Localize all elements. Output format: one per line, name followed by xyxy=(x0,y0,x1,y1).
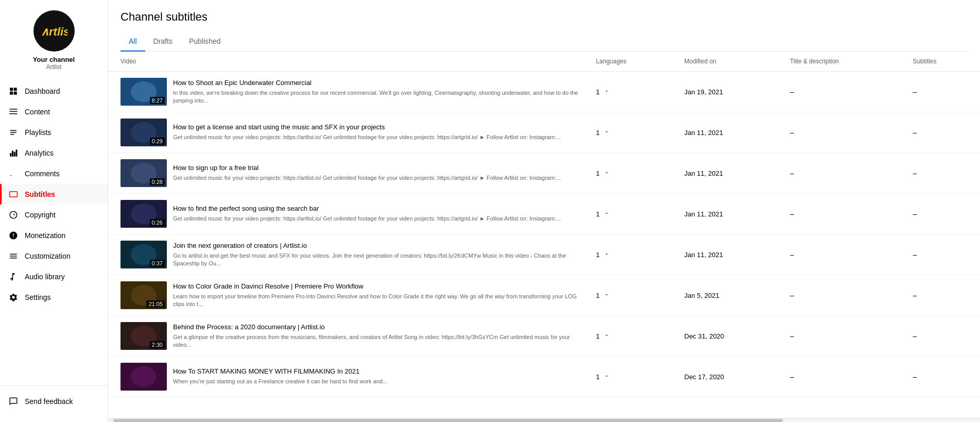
monetization-icon xyxy=(8,230,19,241)
language-count: 1 xyxy=(596,129,601,137)
subtitles-table: Video Languages Modified on Title & desc… xyxy=(108,52,980,397)
language-expand-button[interactable] xyxy=(601,87,612,97)
language-expand-button[interactable] xyxy=(601,168,612,178)
sidebar-bottom: Send feedback xyxy=(0,385,108,422)
subtitles-cell-row6: – xyxy=(904,275,980,316)
language-count: 1 xyxy=(596,373,601,381)
video-cell-row8: How To START MAKING MONEY WITH FILMMAKIN… xyxy=(108,357,588,397)
col-modified: Modified on xyxy=(676,52,782,72)
sidebar-nav: Dashboard Content Playlists Analytics xyxy=(0,81,108,385)
sidebar-item-settings-label: Settings xyxy=(25,293,51,301)
page-title: Channel subtitles xyxy=(121,10,968,24)
language-expand-button[interactable] xyxy=(601,249,612,260)
svg-text:∧rtlist: ∧rtlist xyxy=(41,25,67,38)
languages-cell-row7: 1 xyxy=(588,316,676,357)
languages-cell-row3: 1 xyxy=(588,153,676,194)
modified-cell-row5: Jan 11, 2021 xyxy=(676,234,782,275)
title-desc-cell-row3: – xyxy=(782,153,904,194)
thumbnail-row5[interactable]: 0:37 xyxy=(121,241,167,268)
sidebar-item-content[interactable]: Content xyxy=(0,102,108,122)
subtitles-cell-row1: – xyxy=(904,72,980,112)
language-expand-button[interactable] xyxy=(601,209,612,219)
customization-icon xyxy=(8,251,19,261)
language-expand-button[interactable] xyxy=(601,331,612,341)
table-row[interactable]: 8:27How to Shoot an Epic Underwater Comm… xyxy=(108,72,980,112)
video-title: How to Color Grade in Davinci Resolve | … xyxy=(173,282,579,291)
sidebar-item-playlists[interactable]: Playlists xyxy=(0,122,108,143)
sidebar-item-subtitles[interactable]: Subtitles xyxy=(0,184,108,205)
thumbnail-row7[interactable]: 2:30 xyxy=(121,322,167,350)
sidebar-item-settings[interactable]: Settings xyxy=(0,287,108,308)
video-duration: 0:37 xyxy=(150,260,165,267)
thumbnail-row6[interactable]: 21:05 xyxy=(121,281,167,309)
video-cell-row1: 8:27How to Shoot an Epic Underwater Comm… xyxy=(108,72,588,112)
artlist-logo-svg: ∧rtlist xyxy=(41,23,67,39)
language-expand-button[interactable] xyxy=(601,372,612,382)
sidebar-item-comments[interactable]: Comments xyxy=(0,163,108,184)
sidebar-item-dashboard[interactable]: Dashboard xyxy=(0,81,108,102)
horizontal-scrollbar[interactable] xyxy=(108,418,980,422)
sidebar-item-audio-library[interactable]: Audio library xyxy=(0,266,108,287)
modified-cell-row4: Jan 11, 2021 xyxy=(676,194,782,234)
modified-cell-row7: Dec 31, 2020 xyxy=(676,316,782,357)
video-cell-row3: 0:28How to sign up for a free trialGet u… xyxy=(108,153,588,194)
language-expand-button[interactable] xyxy=(601,290,612,300)
sidebar-item-monetization[interactable]: Monetization xyxy=(0,225,108,246)
channel-name: Your channel xyxy=(33,56,75,63)
video-title: Behind the Process: a 2020 documentary |… xyxy=(173,323,579,332)
language-expand-button[interactable] xyxy=(601,127,612,138)
languages-cell-row8: 1 xyxy=(588,357,676,397)
table-row[interactable]: 21:05How to Color Grade in Davinci Resol… xyxy=(108,275,980,316)
col-subtitles: Subtitles xyxy=(904,52,980,72)
table-row[interactable]: 0:29How to get a license and start using… xyxy=(108,112,980,153)
copyright-icon xyxy=(8,210,19,220)
table-row[interactable]: 0:28How to sign up for a free trialGet u… xyxy=(108,153,980,194)
table-row[interactable]: How To START MAKING MONEY WITH FILMMAKIN… xyxy=(108,357,980,397)
video-cell-row5: 0:37Join the next generation of creators… xyxy=(108,234,588,275)
modified-cell-row1: Jan 19, 2021 xyxy=(676,72,782,112)
video-description: In this video, we're breaking down the c… xyxy=(173,89,579,105)
sidebar-item-analytics[interactable]: Analytics xyxy=(0,143,108,163)
languages-cell-row4: 1 xyxy=(588,194,676,234)
video-description: Get unlimited music for your video proje… xyxy=(173,215,579,223)
language-count: 1 xyxy=(596,210,601,218)
modified-cell-row3: Jan 11, 2021 xyxy=(676,153,782,194)
dashboard-icon xyxy=(8,86,19,96)
sidebar-item-copyright[interactable]: Copyright xyxy=(0,205,108,225)
video-title: How to find the perfect song using the s… xyxy=(173,205,579,213)
table-row[interactable]: 0:37Join the next generation of creators… xyxy=(108,234,980,275)
subtitles-cell-row2: – xyxy=(904,112,980,153)
table-body: 8:27How to Shoot an Epic Underwater Comm… xyxy=(108,72,980,397)
sidebar-item-send-feedback[interactable]: Send feedback xyxy=(0,391,108,412)
thumbnail-row8[interactable] xyxy=(121,363,167,391)
table-row[interactable]: 0:26How to find the perfect song using t… xyxy=(108,194,980,234)
subtitles-table-container: Video Languages Modified on Title & desc… xyxy=(108,52,980,418)
audio-library-icon xyxy=(8,272,19,282)
thumbnail-row2[interactable]: 0:29 xyxy=(121,119,167,146)
channel-handle: Artlist xyxy=(46,63,62,71)
thumbnail-row1[interactable]: 8:27 xyxy=(121,78,167,106)
sidebar-item-customization[interactable]: Customization xyxy=(0,246,108,266)
title-desc-cell-row2: – xyxy=(782,112,904,153)
sidebar-item-copyright-label: Copyright xyxy=(25,211,56,219)
thumbnail-row4[interactable]: 0:26 xyxy=(121,200,167,228)
tab-published[interactable]: Published xyxy=(181,32,229,52)
title-desc-cell-row6: – xyxy=(782,275,904,316)
video-title: How To START MAKING MONEY WITH FILMMAKIN… xyxy=(173,367,579,376)
video-description: Learn how to import your timeline from P… xyxy=(173,293,579,309)
video-cell-row6: 21:05How to Color Grade in Davinci Resol… xyxy=(108,275,588,316)
title-desc-cell-row5: – xyxy=(782,234,904,275)
playlists-icon xyxy=(8,127,19,138)
title-desc-cell-row8: – xyxy=(782,357,904,397)
thumbnail-row3[interactable]: 0:28 xyxy=(121,159,167,187)
main-content: Channel subtitles All Drafts Published V… xyxy=(108,0,980,422)
video-description: Get unlimited music for your video proje… xyxy=(173,174,579,182)
title-desc-cell-row7: – xyxy=(782,316,904,357)
video-title: How to sign up for a free trial xyxy=(173,164,579,173)
analytics-icon xyxy=(8,148,19,158)
table-row[interactable]: 2:30Behind the Process: a 2020 documenta… xyxy=(108,316,980,357)
tab-all[interactable]: All xyxy=(121,32,145,52)
channel-logo[interactable]: ∧rtlist xyxy=(33,10,75,52)
tab-drafts[interactable]: Drafts xyxy=(145,32,181,52)
svg-rect-1 xyxy=(10,192,18,197)
